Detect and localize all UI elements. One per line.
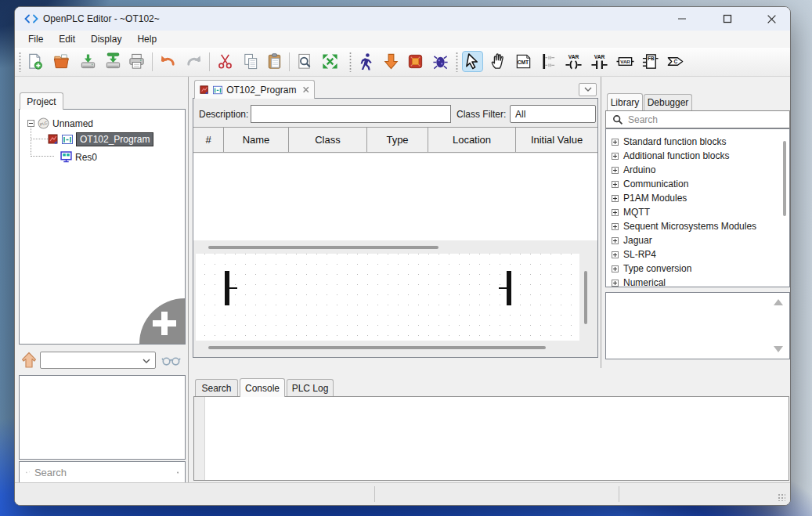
pan-tool-button[interactable] [488, 51, 509, 72]
expand-icon[interactable] [612, 209, 619, 216]
left-splitter[interactable] [188, 77, 189, 484]
library-vscrollbar[interactable] [783, 141, 786, 216]
maximize-button[interactable] [710, 7, 745, 31]
debug-button[interactable] [430, 51, 451, 72]
column-header-num[interactable]: # [193, 128, 224, 152]
library-item-jaguar[interactable]: Jaguar [612, 234, 652, 247]
search-preview-button[interactable] [294, 51, 316, 72]
column-header-type[interactable]: Type [367, 128, 428, 152]
connection-tool-button[interactable]: C [665, 51, 686, 72]
library-item-numerical[interactable]: Numerical [612, 276, 666, 287]
library-item-communication[interactable]: Communication [612, 178, 688, 190]
project-tab-label: Project [27, 96, 56, 107]
copy-button[interactable] [240, 51, 262, 72]
expand-icon[interactable] [612, 181, 619, 188]
expand-icon[interactable] [612, 153, 619, 160]
variable-tool-button[interactable]: VAR [615, 51, 636, 72]
ladder-canvas[interactable] [196, 254, 579, 341]
library-item-mqtt[interactable]: MQTT [612, 206, 650, 218]
menu-edit[interactable]: Edit [52, 32, 82, 46]
console-output[interactable] [193, 396, 789, 481]
expand-icon[interactable] [612, 265, 619, 272]
transfer-button[interactable] [381, 51, 402, 72]
tab-list-dropdown-button[interactable] [579, 83, 597, 96]
undo-button[interactable] [157, 51, 179, 72]
library-item-additional-fb[interactable]: Additional function blocks [612, 150, 729, 162]
right-power-rail[interactable] [507, 271, 511, 305]
expand-icon[interactable] [612, 251, 619, 258]
save-as-button[interactable] [103, 51, 124, 72]
library-item-arduino[interactable]: Arduino [612, 164, 655, 176]
library-item-p1am[interactable]: P1AM Modules [612, 192, 687, 204]
comment-tool-button[interactable]: CMT [513, 51, 534, 72]
expand-icon[interactable] [612, 167, 619, 174]
scroll-down-icon[interactable] [774, 346, 783, 352]
print-button[interactable] [126, 51, 147, 72]
column-header-initial-value[interactable]: Initial Value [516, 128, 597, 152]
tab-library[interactable]: Library [607, 93, 643, 110]
open-project-button[interactable] [51, 51, 72, 72]
tab-console[interactable]: Console [240, 378, 285, 397]
powerrail-tool-button[interactable] [538, 51, 559, 72]
new-file-button[interactable] [24, 51, 45, 72]
canvas-vscrollbar[interactable] [584, 271, 587, 324]
connect-plc-button[interactable] [405, 51, 426, 72]
program-label[interactable]: OT102_Program [76, 132, 153, 146]
contact-tool-button[interactable]: VAR [589, 51, 610, 72]
library-search-input[interactable] [628, 114, 783, 125]
close-button[interactable] [754, 7, 789, 31]
tab-project[interactable]: Project [20, 92, 63, 110]
description-input[interactable] [251, 105, 451, 123]
library-item-slrp4[interactable]: SL-RP4 [612, 248, 656, 261]
clear-search-icon[interactable] [177, 466, 179, 479]
minimize-button[interactable] [665, 7, 699, 31]
project-search-input[interactable] [34, 467, 172, 478]
expand-icon[interactable] [612, 139, 619, 146]
instance-list[interactable] [19, 375, 186, 460]
library-item-sequent[interactable]: Sequent Microsystems Modules [612, 220, 756, 233]
tree-item-root[interactable]: PLC Unnamed [27, 117, 93, 130]
expand-icon[interactable] [612, 237, 619, 244]
expand-icon[interactable] [612, 280, 619, 287]
pou-instance-icon[interactable] [21, 352, 37, 369]
scroll-up-icon[interactable] [774, 299, 783, 305]
tree-item-program[interactable]: OT102_Program [48, 132, 153, 146]
search-options-chevron-icon[interactable] [29, 470, 30, 475]
build-run-button[interactable] [355, 51, 377, 72]
title-bar[interactable]: OpenPLC Editor - ~OT102~ [15, 7, 790, 31]
column-header-class[interactable]: Class [289, 128, 367, 152]
close-tab-icon[interactable] [302, 85, 309, 94]
column-header-name[interactable]: Name [224, 128, 289, 152]
right-splitter[interactable] [601, 77, 601, 368]
library-item-standard-fb[interactable]: Standard function blocks [612, 135, 726, 148]
debug-instance-glasses-icon[interactable] [161, 355, 182, 366]
tree-item-resource[interactable]: Res0 [60, 150, 97, 164]
resize-grip-icon[interactable] [778, 493, 785, 501]
redo-button[interactable] [183, 51, 204, 72]
expand-icon[interactable] [612, 195, 619, 202]
functionblock-tool-button[interactable]: FB [640, 51, 661, 72]
add-element-button[interactable] [139, 298, 185, 344]
expand-icon[interactable] [612, 223, 619, 230]
tab-plc-log[interactable]: PLC Log [287, 379, 334, 396]
save-button[interactable] [78, 51, 99, 72]
collapse-icon[interactable] [27, 120, 34, 127]
class-filter-combo[interactable]: All [510, 105, 596, 123]
column-header-location[interactable]: Location [428, 128, 516, 152]
coil-tool-button[interactable]: VAR [563, 51, 584, 72]
menu-display[interactable]: Display [84, 32, 128, 46]
variables-hscrollbar[interactable] [208, 246, 438, 249]
canvas-hscrollbar[interactable] [208, 346, 546, 349]
fit-zoom-button[interactable] [319, 51, 341, 72]
variables-table-body[interactable] [193, 153, 597, 240]
library-item-type-conversion[interactable]: Type conversion [612, 262, 691, 275]
menu-file[interactable]: File [21, 32, 50, 46]
select-tool-button[interactable] [462, 51, 483, 72]
tab-debugger[interactable]: Debugger [644, 94, 692, 110]
paste-button[interactable] [264, 51, 285, 72]
instance-selector-combo[interactable] [40, 352, 156, 369]
tab-ot102-program[interactable]: OT102_Program [194, 80, 315, 99]
cut-button[interactable] [215, 51, 236, 72]
menu-help[interactable]: Help [130, 32, 164, 46]
tab-search-results[interactable]: Search [195, 379, 238, 396]
